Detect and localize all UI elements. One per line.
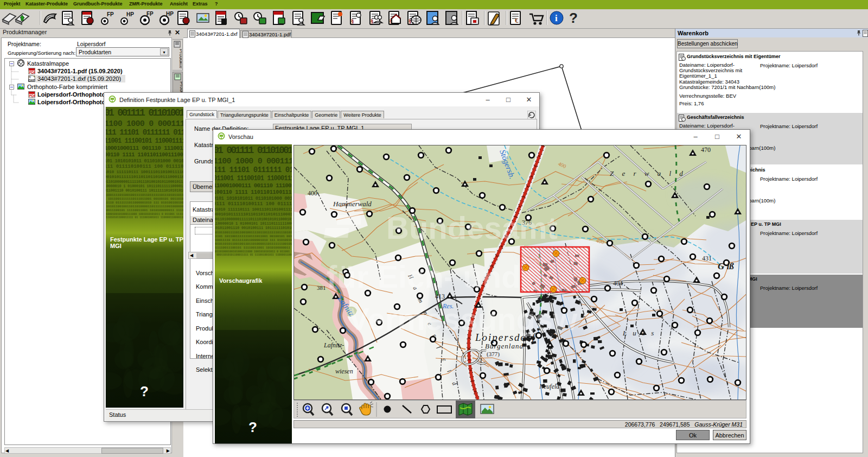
svg-text:010011110 0111111011000001010: 010011110 0111111011000001010 111 010100… xyxy=(215,238,292,242)
svg-text:011001 11100101 110001111: 011001 11100101 110001111 xyxy=(215,175,292,182)
svg-text:011110011100101 11110011001 10: 011110011100101 11110011001 101010000001… xyxy=(215,246,292,250)
svg-text:HP: HP xyxy=(126,11,134,17)
svg-text:111 011110100111 100 011110: 111 011110100111 100 01111010 xyxy=(106,164,183,169)
svg-text:Bundesamt: Bundesamt xyxy=(386,210,558,245)
svg-text:01 001111 011010010: 01 001111 011010010 xyxy=(106,107,183,118)
svg-text:00110 1111 110110110011100 0: 00110 1111 110110110011100 0 xyxy=(106,152,183,158)
svg-text:Neufeld: Neufeld xyxy=(539,383,560,390)
svg-text:381: 381 xyxy=(317,284,326,291)
svg-text:101011001111011001001111011011: 1010110011110110010011110110111111011101… xyxy=(215,231,292,234)
svg-text:?: ? xyxy=(248,419,257,435)
svg-text:10000010 1 01000101 1011101111: 10000010 1 01000101 10111011111100001101 xyxy=(106,184,183,188)
svg-text:Lafnitz-: Lafnitz- xyxy=(323,341,344,349)
svg-text:470: 470 xyxy=(701,146,711,154)
svg-text:wiesen: wiesen xyxy=(335,367,353,375)
svg-text:000101011111101101101101011100: 0001010111111011011011010111000110 xyxy=(215,212,292,217)
svg-text:0111 011110100111 100 01111: 0111 011110100111 100 0111101 xyxy=(215,201,292,207)
svg-text:1100 1000 0 0001110: 1100 1000 0 0001110 xyxy=(215,157,292,166)
svg-text:011001110 0010100111 101111110: 011001110 0010100111 1011111101010101010 xyxy=(106,188,183,193)
svg-text:01 001111 011010010: 01 001111 011010010 xyxy=(215,145,292,156)
svg-text:?: ? xyxy=(140,383,149,399)
svg-text:Hammerwald: Hammerwald xyxy=(333,200,372,208)
svg-text:i: i xyxy=(555,13,558,23)
svg-text:?: ? xyxy=(569,10,578,26)
svg-text:111 11101 0111111 011: 111 11101 0111111 011 xyxy=(215,166,292,174)
svg-text:400: 400 xyxy=(308,189,317,197)
svg-text:HP: HP xyxy=(166,11,174,17)
svg-text:0101 1010101011 0110101000 001: 0101 1010101011 0110101000 00101 xyxy=(215,196,292,201)
svg-text:01010 111110111 10011101101001: 01010 111110111 1001110110100111100 xyxy=(215,207,292,212)
svg-text:101 1010101011 0110101000 0010: 101 1010101011 0110101000 001010 xyxy=(106,158,183,164)
svg-text:G iß: G iß xyxy=(718,261,734,271)
svg-text:1 00011010101100011111 01 1110: 1 00011010101100011111 01 111001001011 1… xyxy=(215,253,292,257)
svg-text:FP: FP xyxy=(146,11,154,17)
svg-text:Vorschaugrafik: Vorschaugrafik xyxy=(219,277,263,284)
svg-text:11101 10110011111110111011001: 11101 10110011111110111011001 00100101 0… xyxy=(215,234,292,238)
svg-text:100110 1111 110110110011100: 100110 1111 110110110011100 xyxy=(215,189,292,195)
svg-text:10011100101 11110011001 101010: 10011100101 11110011001 1010100000011 11… xyxy=(106,208,183,212)
svg-text:011010000001111101110100101011: 01101000000111110111010010101100010111 1 xyxy=(106,180,183,184)
svg-text:011010101100011111 01 11100100: 011010101100011111 01 111001001011 11000… xyxy=(106,216,183,219)
svg-text:110011110110010011110110111111: 1100111101100100111101101111110111010110… xyxy=(106,193,183,197)
svg-text:001101000000111110111010010101: 001101000000111110111010010101100010111 xyxy=(215,217,292,221)
svg-text:L u s s: L u s s xyxy=(622,329,656,337)
svg-text:001011010110010011011010000110: 0010110101100100110110100001101111111001… xyxy=(215,242,292,246)
svg-text:€: € xyxy=(515,16,519,24)
svg-text:FP: FP xyxy=(107,11,114,17)
svg-text:Produkte: Produkte xyxy=(178,49,182,68)
svg-text:§: § xyxy=(351,17,354,24)
svg-text:1010 111110111 100111011010011: 1010 111110111 10011101101001111000 xyxy=(106,169,183,174)
svg-text:110101100100110110100001101111: 1101011001001101101000011011111110010000… xyxy=(106,205,183,208)
svg-text:11110 0111111011000001010 111: 11110 0111111011000001010 111 0101001001… xyxy=(106,201,183,205)
svg-text:Vermessungsw: Vermessungsw xyxy=(348,301,578,337)
svg-text:Burgenland: Burgenland xyxy=(485,342,524,350)
svg-text:110000010 1 01000101 101110111: 110000010 1 01000101 10111011111100001 xyxy=(215,221,292,226)
svg-text:B: B xyxy=(29,76,31,79)
svg-text:431: 431 xyxy=(702,255,712,262)
svg-text:PDF: PDF xyxy=(29,71,35,74)
svg-text:110001000111 001110 1110011: 110001000111 001110 1110011 xyxy=(215,182,292,189)
svg-text:PDF: PDF xyxy=(29,94,35,98)
svg-text:404: 404 xyxy=(613,280,623,287)
svg-text:11001 11100101 1100011111: 11001 11100101 1100011111 xyxy=(106,137,183,145)
svg-text:10001000111 001110 11100111: 10001000111 001110 11100111 xyxy=(106,145,183,151)
svg-text:1100 1000 0 0001110: 1100 1000 0 0001110 xyxy=(106,119,183,129)
svg-text:(377): (377) xyxy=(487,351,500,358)
svg-text:Z e r w a l d: Z e r w a l d xyxy=(610,169,686,177)
svg-text:001010111111011011011010111000: 001010111111011011011010111000110 0 xyxy=(106,174,183,179)
svg-text:111 11101 0111111 0110: 111 11101 0111111 0110 xyxy=(106,128,183,137)
svg-text:101011001110 0010100111 101111: 101011001110 0010100111 101111110101010 xyxy=(215,226,292,230)
svg-text:für Eich- und: für Eich- und xyxy=(327,259,521,294)
svg-text:1 10110011111110111011001 0010: 1 10110011111110111011001 00100101 00110… xyxy=(106,197,183,201)
